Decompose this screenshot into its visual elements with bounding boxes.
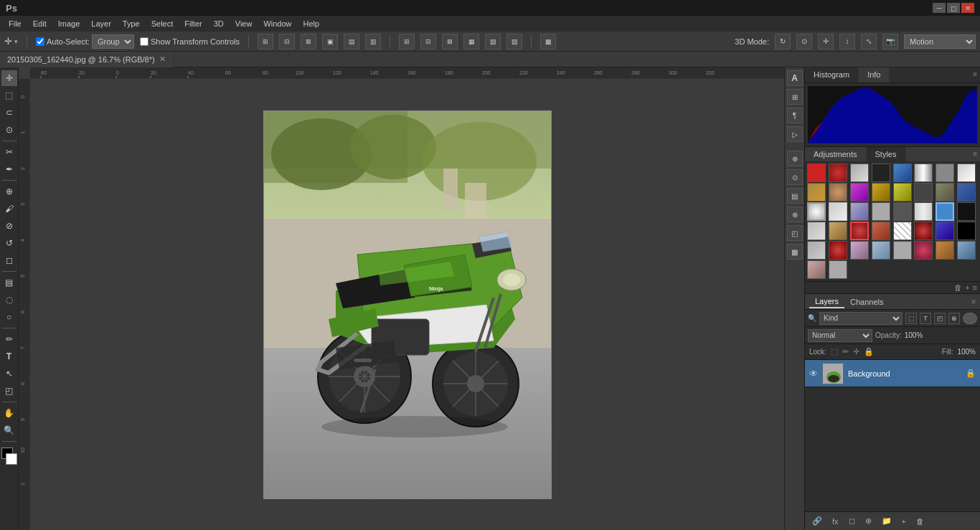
distribute-bottom-icon[interactable]: ⊠	[442, 34, 458, 49]
layers-panel-menu[interactable]: ≡	[971, 298, 976, 306]
style-swatch-40[interactable]	[957, 241, 976, 260]
style-swatch-11[interactable]	[850, 183, 869, 202]
ai-btn-6[interactable]: ⊙	[787, 169, 803, 185]
layer-new-icon[interactable]: +	[899, 516, 909, 527]
style-swatch-38[interactable]	[914, 241, 933, 260]
ai-btn-10[interactable]: ▩	[787, 244, 803, 260]
drag-3d-icon[interactable]: ✛	[818, 34, 834, 49]
menu-select[interactable]: Select	[146, 18, 179, 29]
align-left-icon[interactable]: ▣	[322, 34, 338, 49]
style-swatch-7[interactable]	[936, 164, 954, 182]
style-swatch-4[interactable]	[872, 164, 890, 182]
distribute-right-icon[interactable]: ▨	[507, 34, 522, 49]
styles-menu-icon[interactable]: ≡	[973, 283, 977, 292]
histogram-tab[interactable]: Histogram	[805, 67, 859, 82]
path-select-tool[interactable]: ↖	[1, 366, 17, 382]
pen-tool[interactable]: ✏	[1, 331, 17, 347]
style-swatch-31[interactable]	[936, 222, 954, 240]
adj-menu-icon[interactable]: ≡	[970, 147, 980, 161]
distribute-h-icon[interactable]: ▧	[485, 34, 501, 49]
style-swatch-2[interactable]	[829, 164, 847, 182]
blur-tool[interactable]: ◌	[1, 292, 17, 308]
styles-tab[interactable]: Styles	[867, 147, 906, 161]
style-swatch-24[interactable]	[957, 202, 976, 221]
menu-help[interactable]: Help	[298, 18, 326, 29]
autoselect-group-select[interactable]: Group Layer	[92, 34, 134, 49]
filter-smart-icon[interactable]: ⊕	[948, 313, 960, 324]
style-swatch-6[interactable]	[914, 164, 933, 182]
style-swatch-13[interactable]	[893, 183, 912, 202]
titlebar-controls[interactable]: ─ ◻ ✕	[933, 3, 974, 13]
align-right-icon[interactable]: ▥	[365, 34, 381, 49]
zoom-tool[interactable]: 🔍	[1, 422, 17, 438]
fill-value[interactable]: 100%	[957, 348, 976, 356]
style-swatch-23[interactable]	[936, 202, 954, 221]
hand-tool[interactable]: ✋	[1, 405, 17, 421]
style-swatch-22[interactable]	[914, 202, 933, 221]
style-swatch-39[interactable]	[936, 241, 954, 260]
ai-btn-9[interactable]: ◰	[787, 225, 803, 241]
move-tool[interactable]: ✛	[1, 70, 17, 86]
style-swatch-9[interactable]	[807, 183, 826, 202]
filter-shape-icon[interactable]: ◰	[934, 313, 946, 324]
style-swatch-32[interactable]	[957, 222, 976, 240]
layer-background[interactable]: 👁 Background 🔒	[805, 360, 980, 387]
autoselect-checkbox[interactable]	[36, 37, 44, 46]
lock-all-icon[interactable]: 🔒	[864, 347, 874, 356]
slide-3d-icon[interactable]: ↕	[839, 34, 855, 49]
layers-kind-filter[interactable]: Kind Name Effect	[819, 312, 903, 325]
panel-menu-icon[interactable]: ≡	[970, 67, 980, 82]
lock-position-icon[interactable]: ✛	[853, 347, 859, 356]
channels-tab[interactable]: Channels	[844, 296, 889, 308]
menu-type[interactable]: Type	[117, 18, 146, 29]
menu-image[interactable]: Image	[52, 18, 86, 29]
marquee-tool[interactable]: ⬚	[1, 87, 17, 103]
style-swatch-34[interactable]	[829, 241, 847, 260]
style-swatch-21[interactable]	[893, 202, 912, 221]
tab-close-button[interactable]: ✕	[159, 55, 166, 64]
clone-tool[interactable]: ⊘	[1, 218, 17, 234]
style-swatch-36[interactable]	[872, 241, 890, 260]
style-swatch-18[interactable]	[829, 202, 847, 221]
shape-tool[interactable]: ◰	[1, 383, 17, 399]
layer-link-icon[interactable]: 🔗	[809, 515, 825, 527]
layers-tab[interactable]: Layers	[809, 295, 844, 308]
gradient-tool[interactable]: ▤	[1, 275, 17, 290]
style-swatch-26[interactable]	[829, 222, 847, 240]
rotate-3d-icon[interactable]: ↻	[775, 34, 791, 49]
align-middle-icon[interactable]: ⊟	[279, 34, 295, 49]
styles-delete-icon[interactable]: 🗑	[954, 283, 962, 292]
spot-heal-tool[interactable]: ⊕	[1, 184, 17, 199]
style-swatch-17[interactable]	[807, 202, 826, 221]
style-swatch-5[interactable]	[893, 164, 912, 182]
layer-adjust-icon[interactable]: ⊕	[862, 515, 875, 527]
opacity-value[interactable]: 100%	[905, 331, 923, 339]
layer-fx-icon[interactable]: fx	[829, 516, 842, 527]
filter-pixel-icon[interactable]: ⬚	[905, 313, 917, 324]
menu-window[interactable]: Window	[258, 18, 297, 29]
spacing-icon[interactable]: ▩	[540, 34, 556, 49]
style-swatch-19[interactable]	[850, 202, 869, 221]
menu-3d[interactable]: 3D	[208, 18, 230, 29]
brush-tool[interactable]: 🖌	[1, 201, 17, 217]
style-swatch-1[interactable]	[807, 164, 826, 182]
layer-group-icon[interactable]: 📁	[879, 515, 895, 527]
filter-toggle[interactable]	[963, 313, 977, 324]
document-tab[interactable]: 20150305_162440.jpg @ 16.7% (RGB/8*) ✕	[0, 52, 174, 67]
menu-edit[interactable]: Edit	[27, 18, 52, 29]
ai-btn-8[interactable]: ⊗	[787, 207, 803, 222]
ai-btn-2[interactable]: ⊞	[787, 89, 803, 105]
dodge-tool[interactable]: ○	[1, 309, 17, 325]
close-button[interactable]: ✕	[961, 3, 974, 13]
align-center-icon[interactable]: ▤	[344, 34, 359, 49]
style-swatch-14[interactable]	[914, 183, 933, 202]
ai-btn-7[interactable]: ▤	[787, 188, 803, 204]
menu-file[interactable]: File	[3, 18, 27, 29]
ai-btn-1[interactable]: A	[787, 70, 803, 86]
camera-3d-icon[interactable]: 📷	[882, 34, 898, 49]
ai-btn-3[interactable]: ¶	[787, 108, 803, 123]
canvas-scroll[interactable]: Ninja	[30, 79, 784, 530]
distribute-left-icon[interactable]: ▦	[463, 34, 479, 49]
style-swatch-29[interactable]	[893, 222, 912, 240]
style-swatch-25[interactable]	[807, 222, 826, 240]
